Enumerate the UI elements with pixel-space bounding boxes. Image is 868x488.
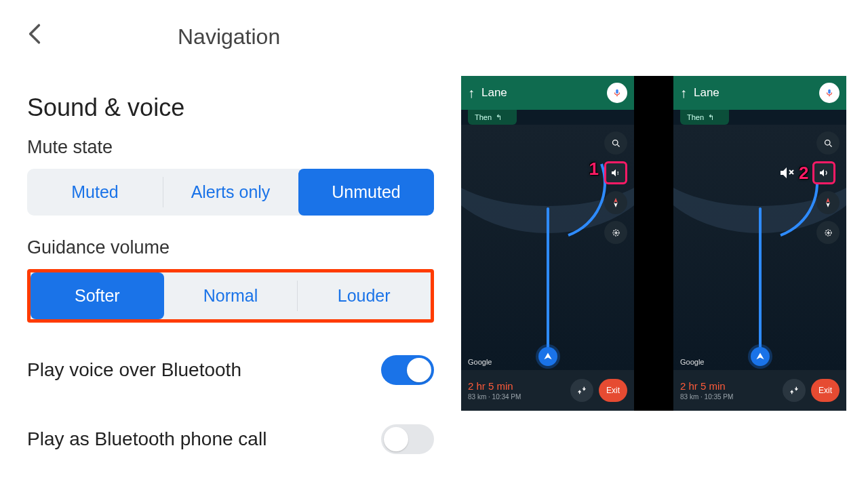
mic-button[interactable] — [607, 83, 627, 103]
eta-time: 2 hr 5 min — [680, 380, 777, 392]
sound-muted-icon[interactable] — [778, 165, 795, 181]
navigation-screenshots: ↑ Lane Then↰ ! 1 Google 2 hr 5 min 83 km — [461, 76, 846, 411]
section-sound-voice: Sound & voice — [27, 94, 434, 122]
mic-button[interactable] — [819, 83, 840, 103]
nav-top-bar: ↑ Lane — [461, 76, 634, 110]
google-brand-label: Google — [680, 358, 704, 366]
back-button[interactable] — [27, 23, 42, 50]
volume-option-normal[interactable]: Normal — [164, 272, 298, 319]
exit-button[interactable]: Exit — [599, 379, 627, 402]
annotation-2: 2 — [799, 163, 808, 184]
arrow-up-icon: ↑ — [680, 85, 687, 101]
compass-button[interactable] — [816, 191, 840, 214]
eta-bar: 2 hr 5 min 83 km · 10:34 PM Exit — [461, 370, 634, 411]
mute-option-muted[interactable]: Muted — [27, 169, 163, 216]
nav-phone-2: ↑ Lane Then↰ 2 Google — [634, 76, 846, 411]
arrow-up-icon: ↑ — [468, 85, 475, 101]
lane-label: Lane — [694, 86, 812, 100]
then-bar: Then↰ — [468, 110, 517, 125]
play-as-phone-call-label: Play as Bluetooth phone call — [27, 428, 267, 450]
alternate-routes-button[interactable] — [570, 379, 593, 402]
mute-state-label: Mute state — [27, 137, 434, 158]
svg-point-0 — [612, 140, 618, 145]
compass-button[interactable] — [604, 191, 627, 214]
mute-state-segmented: Muted Alerts only Unmuted — [27, 169, 434, 216]
guidance-volume-label: Guidance volume — [27, 237, 434, 258]
current-location-marker — [538, 347, 557, 366]
svg-text:!: ! — [617, 170, 618, 176]
google-brand-label: Google — [468, 358, 492, 366]
search-button[interactable] — [816, 131, 840, 155]
navigation-settings-pane: Navigation Sound & voice Mute state Mute… — [0, 0, 461, 454]
annotation-1: 1 — [589, 159, 599, 180]
lane-label: Lane — [481, 86, 600, 100]
nav-top-bar: ↑ Lane — [673, 76, 846, 110]
mute-option-alerts-only[interactable]: Alerts only — [163, 169, 298, 216]
volume-option-louder[interactable]: Louder — [297, 272, 431, 319]
nav-phone-1: ↑ Lane Then↰ ! 1 Google 2 hr 5 min 83 km — [461, 76, 634, 411]
nav-map[interactable]: ! 1 — [461, 125, 634, 370]
report-button[interactable] — [816, 221, 840, 244]
guidance-volume-segmented: Softer Normal Louder — [27, 269, 434, 323]
then-bar: Then↰ — [680, 110, 729, 125]
report-button[interactable] — [604, 221, 627, 244]
volume-option-softer[interactable]: Softer — [31, 272, 164, 319]
exit-button[interactable]: Exit — [811, 379, 840, 402]
svg-point-3 — [825, 140, 830, 145]
play-as-phone-call-toggle[interactable] — [381, 424, 434, 454]
search-button[interactable] — [604, 131, 627, 155]
eta-detail: 83 km · 10:35 PM — [680, 393, 777, 401]
eta-detail: 83 km · 10:34 PM — [468, 393, 565, 401]
alternate-routes-button[interactable] — [783, 379, 806, 402]
nav-map[interactable]: 2 — [673, 125, 846, 370]
play-voice-bluetooth-label: Play voice over Bluetooth — [27, 359, 241, 381]
current-location-marker — [751, 347, 770, 366]
page-title: Navigation — [178, 24, 280, 49]
play-voice-bluetooth-toggle[interactable] — [381, 355, 434, 385]
sound-alerts-button[interactable]: ! — [604, 161, 627, 184]
sound-on-button[interactable] — [812, 161, 835, 184]
eta-time: 2 hr 5 min — [468, 380, 565, 392]
eta-bar: 2 hr 5 min 83 km · 10:35 PM Exit — [673, 370, 846, 411]
mute-option-unmuted[interactable]: Unmuted — [298, 169, 434, 216]
